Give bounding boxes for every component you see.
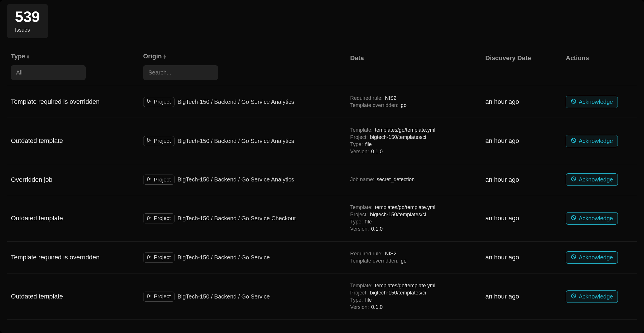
origin-path[interactable]: BigTech-150 / Backend / Go Service Check…	[177, 215, 296, 222]
data-key: Required rule:	[350, 251, 383, 257]
data-kv: Required rule:NIS2	[350, 95, 485, 101]
data-kv: Template:templates/go/template.yml	[350, 204, 485, 210]
svg-point-1	[147, 102, 148, 103]
ban-icon	[571, 176, 576, 183]
type-filter-input[interactable]	[11, 65, 86, 80]
issue-origin: ProjectBigTech-150 / Backend / Go Servic…	[143, 292, 350, 302]
issue-data: Job name:secret_detection	[350, 177, 485, 183]
data-key: Template:	[350, 127, 373, 133]
discovery-date: an hour ago	[485, 137, 566, 145]
data-kv: Version:0.1.0	[350, 304, 485, 310]
issues-count: 539	[15, 9, 40, 24]
acknowledge-button[interactable]: Acknowledge	[566, 96, 618, 108]
acknowledge-label: Acknowledge	[579, 99, 613, 105]
issue-type: Template required is overridden	[11, 254, 143, 261]
svg-point-10	[147, 177, 148, 178]
table-row: Outdated template ProjectBigTech-150 / B…	[7, 118, 637, 164]
data-key: Version:	[350, 226, 369, 232]
ban-icon	[571, 137, 576, 145]
issues-table: Type ▴▾ Origin ▴▾ Data Discovery Date Ac…	[7, 53, 637, 320]
data-key: Type:	[350, 297, 363, 303]
acknowledge-button[interactable]: Acknowledge	[566, 135, 618, 147]
origin-filter-input[interactable]	[143, 65, 218, 80]
project-icon	[146, 138, 152, 144]
col-origin-header: Origin ▴▾	[143, 53, 350, 80]
table-header-row: Type ▴▾ Origin ▴▾ Data Discovery Date Ac…	[7, 53, 637, 86]
col-discovery-label: Discovery Date	[485, 53, 566, 62]
discovery-date: an hour ago	[485, 215, 566, 222]
sort-by-origin[interactable]: Origin ▴▾	[143, 53, 350, 60]
acknowledge-button[interactable]: Acknowledge	[566, 251, 618, 264]
origin-path[interactable]: BigTech-150 / Backend / Go Service Analy…	[177, 176, 294, 183]
acknowledge-label: Acknowledge	[579, 254, 613, 261]
project-chip[interactable]: Project	[143, 252, 175, 263]
svg-line-9	[572, 139, 575, 142]
data-value: file	[365, 297, 372, 303]
col-actions-label: Actions	[566, 53, 633, 62]
project-chip[interactable]: Project	[143, 292, 175, 302]
summary-card: 539 Issues	[7, 4, 48, 38]
data-value: templates/go/template.yml	[375, 283, 435, 289]
origin-path[interactable]: BigTech-150 / Backend / Go Service Analy…	[177, 138, 294, 144]
data-kv: Version:0.1.0	[350, 149, 485, 155]
actions-cell: Acknowledge	[566, 173, 633, 186]
actions-cell: Acknowledge	[566, 96, 633, 108]
acknowledge-button[interactable]: Acknowledge	[566, 212, 618, 225]
data-kv: Template overridden:go	[350, 102, 485, 108]
data-key: Job name:	[350, 177, 374, 183]
svg-point-21	[147, 257, 148, 259]
project-icon	[146, 99, 152, 105]
data-key: Version:	[350, 304, 369, 310]
origin-path[interactable]: BigTech-150 / Backend / Go Service	[177, 254, 270, 261]
issue-type: Template required is overridden	[11, 98, 143, 106]
sort-by-type[interactable]: Type ▴▾	[11, 53, 143, 60]
table-row: Outdated template ProjectBigTech-150 / B…	[7, 195, 637, 242]
data-key: Template:	[350, 283, 373, 289]
data-kv: Project:bigtech-150/templates/ci	[350, 134, 485, 140]
svg-point-22	[149, 256, 150, 257]
project-chip[interactable]: Project	[143, 136, 175, 146]
svg-line-4	[572, 99, 575, 103]
col-type-label: Type	[11, 53, 25, 60]
svg-point-12	[149, 178, 150, 179]
data-kv: Version:0.1.0	[350, 226, 485, 232]
actions-cell: Acknowledge	[566, 212, 633, 225]
project-icon	[146, 293, 152, 300]
table-body: Template required is overridden ProjectB…	[7, 86, 637, 320]
issue-data: Template:templates/go/template.ymlProjec…	[350, 283, 485, 310]
data-value: templates/go/template.yml	[375, 127, 435, 133]
table-row: Template required is overridden ProjectB…	[7, 242, 637, 273]
discovery-date: an hour ago	[485, 293, 566, 300]
project-icon	[146, 176, 152, 183]
origin-path[interactable]: BigTech-150 / Backend / Go Service	[177, 293, 270, 300]
data-key: Template overridden:	[350, 258, 398, 264]
issue-origin: ProjectBigTech-150 / Backend / Go Servic…	[143, 252, 350, 263]
project-chip[interactable]: Project	[143, 175, 175, 185]
data-value: 0.1.0	[371, 149, 383, 155]
acknowledge-label: Acknowledge	[579, 215, 613, 222]
acknowledge-button[interactable]: Acknowledge	[566, 173, 618, 186]
actions-cell: Acknowledge	[566, 251, 633, 264]
issue-origin: ProjectBigTech-150 / Backend / Go Servic…	[143, 97, 350, 107]
discovery-date: an hour ago	[485, 254, 566, 261]
issue-data: Template:templates/go/template.ymlProjec…	[350, 127, 485, 155]
sort-icon: ▴▾	[27, 54, 29, 59]
table-row: Outdated template ProjectBigTech-150 / B…	[7, 273, 637, 320]
data-kv: Type:file	[350, 219, 485, 225]
project-icon	[146, 254, 152, 261]
issue-origin: ProjectBigTech-150 / Backend / Go Servic…	[143, 213, 350, 223]
svg-point-27	[149, 295, 150, 296]
data-value: secret_detection	[377, 177, 415, 183]
acknowledge-label: Acknowledge	[579, 293, 613, 300]
actions-cell: Acknowledge	[566, 135, 633, 147]
project-chip[interactable]: Project	[143, 213, 175, 223]
project-chip[interactable]: Project	[143, 97, 175, 107]
svg-point-7	[149, 140, 150, 141]
data-key: Type:	[350, 141, 363, 148]
issue-type: Outdated template	[11, 215, 143, 222]
origin-path[interactable]: BigTech-150 / Backend / Go Service Analy…	[177, 99, 294, 105]
acknowledge-button[interactable]: Acknowledge	[566, 290, 618, 303]
data-kv: Type:file	[350, 297, 485, 303]
svg-line-29	[572, 294, 575, 297]
svg-point-20	[147, 255, 148, 256]
